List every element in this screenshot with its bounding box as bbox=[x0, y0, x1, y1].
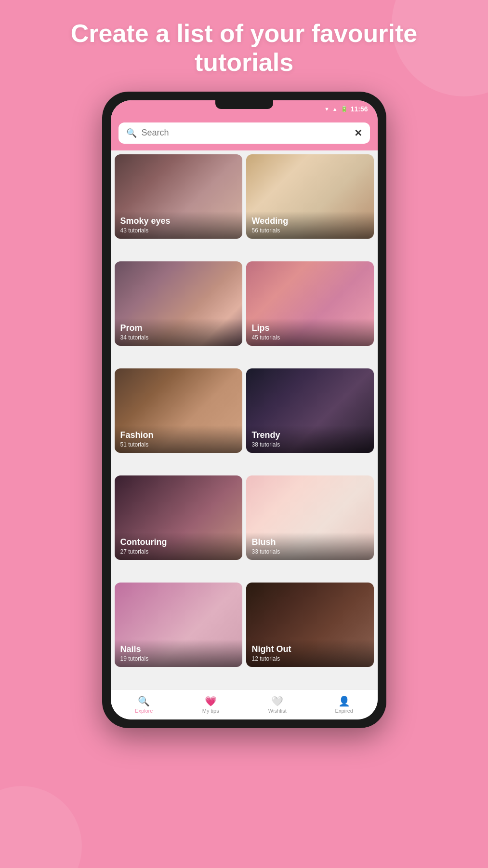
search-input[interactable] bbox=[142, 128, 349, 138]
nav-item-explore[interactable]: 🔍 Explore bbox=[111, 695, 178, 714]
category-subtitle-night-out: 12 tutorials bbox=[252, 655, 368, 662]
bottom-nav: 🔍 Explore 💗 My tips 🤍 Wishlist 👤 Expired bbox=[111, 690, 378, 719]
nav-label-explore: Explore bbox=[135, 708, 153, 714]
nav-label-wishlist: Wishlist bbox=[268, 708, 287, 714]
nav-icon-expired: 👤 bbox=[338, 695, 350, 707]
category-title-contouring: Contouring bbox=[120, 537, 237, 548]
phone-shell: 11:56 🔍 ✕ Smoky eyes 43 tutorials Weddin… bbox=[102, 92, 386, 728]
category-label-wedding: Wedding 56 tutorials bbox=[246, 211, 374, 239]
battery-icon bbox=[341, 105, 348, 112]
nav-item-wishlist[interactable]: 🤍 Wishlist bbox=[244, 695, 311, 714]
signal-icon bbox=[332, 105, 338, 112]
category-item-nails[interactable]: Nails 19 tutorials bbox=[115, 583, 242, 667]
category-subtitle-nails: 19 tutorials bbox=[120, 655, 237, 662]
search-bar-container: 🔍 ✕ bbox=[111, 118, 378, 150]
category-item-blush[interactable]: Blush 33 tutorials bbox=[246, 475, 374, 560]
category-label-fashion: Fashion 51 tutorials bbox=[115, 425, 242, 453]
category-item-contouring[interactable]: Contouring 27 tutorials bbox=[115, 475, 242, 560]
nav-item-my-tips[interactable]: 💗 My tips bbox=[177, 695, 244, 714]
category-title-trendy: Trendy bbox=[252, 430, 368, 441]
search-icon: 🔍 bbox=[126, 128, 137, 138]
category-title-prom: Prom bbox=[120, 323, 237, 334]
category-title-lips: Lips bbox=[252, 323, 368, 334]
category-title-wedding: Wedding bbox=[252, 216, 368, 227]
category-subtitle-wedding: 56 tutorials bbox=[252, 227, 368, 234]
category-item-prom[interactable]: Prom 34 tutorials bbox=[115, 261, 242, 346]
category-item-night-out[interactable]: Night Out 12 tutorials bbox=[246, 583, 374, 667]
category-label-lips: Lips 45 tutorials bbox=[246, 318, 374, 346]
category-label-nails: Nails 19 tutorials bbox=[115, 639, 242, 667]
category-title-blush: Blush bbox=[252, 537, 368, 548]
category-title-smoky-eyes: Smoky eyes bbox=[120, 216, 237, 227]
category-subtitle-contouring: 27 tutorials bbox=[120, 548, 237, 555]
category-title-fashion: Fashion bbox=[120, 430, 237, 441]
category-label-contouring: Contouring 27 tutorials bbox=[115, 532, 242, 560]
category-subtitle-trendy: 38 tutorials bbox=[252, 441, 368, 448]
phone-screen: 11:56 🔍 ✕ Smoky eyes 43 tutorials Weddin… bbox=[111, 100, 378, 719]
wifi-icon bbox=[324, 105, 330, 112]
status-icons: 11:56 bbox=[324, 105, 368, 113]
category-subtitle-smoky-eyes: 43 tutorials bbox=[120, 227, 237, 234]
category-title-nails: Nails bbox=[120, 644, 237, 655]
category-label-trendy: Trendy 38 tutorials bbox=[246, 425, 374, 453]
nav-item-expired[interactable]: 👤 Expired bbox=[311, 695, 378, 714]
nav-icon-wishlist: 🤍 bbox=[271, 695, 283, 707]
category-grid: Smoky eyes 43 tutorials Wedding 56 tutor… bbox=[111, 150, 378, 690]
search-clear-button[interactable]: ✕ bbox=[354, 127, 362, 139]
category-item-lips[interactable]: Lips 45 tutorials bbox=[246, 261, 374, 346]
category-label-blush: Blush 33 tutorials bbox=[246, 532, 374, 560]
category-title-night-out: Night Out bbox=[252, 644, 368, 655]
category-subtitle-blush: 33 tutorials bbox=[252, 548, 368, 555]
category-item-wedding[interactable]: Wedding 56 tutorials bbox=[246, 154, 374, 239]
phone-notch bbox=[215, 100, 273, 109]
category-subtitle-fashion: 51 tutorials bbox=[120, 441, 237, 448]
nav-label-my-tips: My tips bbox=[202, 708, 219, 714]
nav-icon-explore: 🔍 bbox=[138, 695, 150, 707]
nav-label-expired: Expired bbox=[335, 708, 353, 714]
category-item-smoky-eyes[interactable]: Smoky eyes 43 tutorials bbox=[115, 154, 242, 239]
hero-title: Create a list of your favourite tutorial… bbox=[0, 0, 488, 92]
time-display: 11:56 bbox=[351, 105, 368, 113]
category-subtitle-lips: 45 tutorials bbox=[252, 334, 368, 341]
category-subtitle-prom: 34 tutorials bbox=[120, 334, 237, 341]
category-label-smoky-eyes: Smoky eyes 43 tutorials bbox=[115, 211, 242, 239]
category-label-night-out: Night Out 12 tutorials bbox=[246, 639, 374, 667]
category-label-prom: Prom 34 tutorials bbox=[115, 318, 242, 346]
category-item-fashion[interactable]: Fashion 51 tutorials bbox=[115, 368, 242, 453]
search-bar: 🔍 ✕ bbox=[119, 122, 370, 144]
nav-icon-my-tips: 💗 bbox=[205, 695, 217, 707]
category-item-trendy[interactable]: Trendy 38 tutorials bbox=[246, 368, 374, 453]
